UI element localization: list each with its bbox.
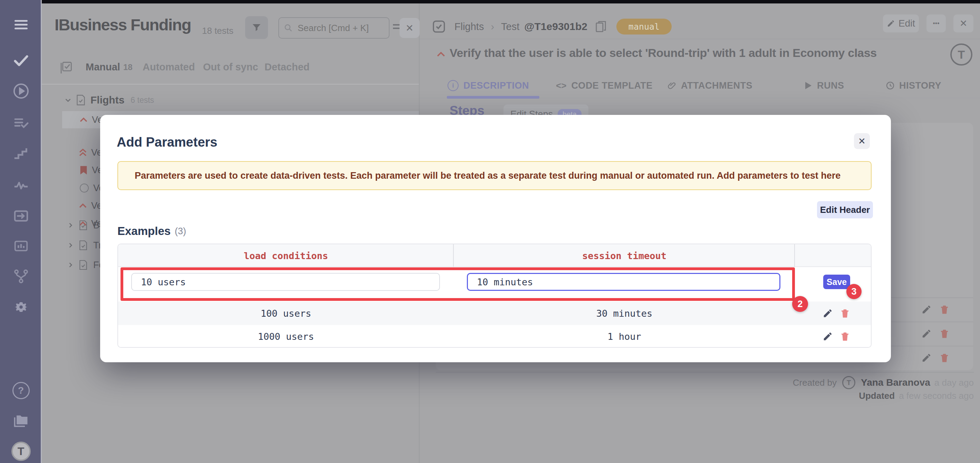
- steps-stairs-icon[interactable]: [0, 146, 42, 162]
- edit-row-icon[interactable]: [822, 308, 833, 319]
- project-title: IBusiness Funding: [54, 15, 191, 34]
- close-icon: ✕: [406, 22, 413, 34]
- delete-row-icon[interactable]: [840, 331, 850, 342]
- manual-badge: manual: [616, 19, 671, 35]
- cell-load-conditions: 100 users: [118, 301, 454, 325]
- tab-code-template[interactable]: <> CODE TEMPLATE: [556, 78, 653, 93]
- tab-description[interactable]: i DESCRIPTION: [447, 78, 529, 93]
- tab-out-of-sync[interactable]: Out of sync: [203, 62, 258, 73]
- tab-label: CODE TEMPLATE: [571, 80, 653, 91]
- trash-icon[interactable]: [939, 328, 950, 339]
- created-ago: a day ago: [934, 377, 974, 388]
- help-icon[interactable]: ?: [0, 382, 42, 399]
- code-icon: <>: [556, 80, 566, 91]
- clear-filter-button[interactable]: ✕: [399, 18, 420, 38]
- menu-icon[interactable]: [0, 18, 42, 32]
- window-top-edge: [0, 0, 980, 3]
- test-check-icon: [432, 19, 446, 34]
- app-logo[interactable]: T: [0, 442, 42, 461]
- add-parameters-modal: Add Parameters ✕ Parameters are used to …: [100, 115, 891, 362]
- cell-load-conditions: 1000 users: [118, 325, 454, 348]
- examples-count: (3): [175, 226, 186, 237]
- modal-close-button[interactable]: ✕: [854, 133, 870, 149]
- breadcrumb-test-id: @T1e9301b2: [524, 21, 587, 32]
- created-by-label: Created by: [793, 377, 837, 388]
- examples-heading: Examples (3): [118, 225, 186, 238]
- author-name[interactable]: Yana Baranova: [861, 377, 930, 388]
- tab-label: ATTACHMENTS: [681, 80, 752, 91]
- column-divider: [794, 244, 795, 267]
- column-header-load-conditions: load conditions: [118, 244, 454, 267]
- tab-label: RUNS: [817, 80, 844, 91]
- breadcrumb-folder[interactable]: Flights: [455, 21, 484, 32]
- updated-row: Updated a few seconds ago: [859, 390, 974, 401]
- tab-runs[interactable]: RUNS: [805, 78, 844, 93]
- table-row: 100 users 30 minutes: [118, 301, 871, 325]
- projects-folder-icon[interactable]: [0, 413, 42, 428]
- tree-root-flights[interactable]: Flights 6 tests: [64, 92, 154, 108]
- copy-icon[interactable]: [595, 20, 607, 33]
- column-divider: [453, 244, 454, 267]
- chevron-right-icon[interactable]: [67, 222, 74, 229]
- edit-row-icon[interactable]: [822, 331, 833, 342]
- tab-label: HISTORY: [899, 80, 941, 91]
- cell-session-timeout: 30 minutes: [454, 301, 795, 325]
- suite-doc-icon: [79, 260, 88, 271]
- trash-icon[interactable]: [939, 353, 950, 363]
- table-row: 1000 users 1 hour: [118, 325, 871, 348]
- priority-high-icon: [80, 117, 88, 122]
- test-title: Verify that the user is able to select '…: [450, 46, 980, 60]
- more-button[interactable]: •••: [926, 14, 946, 32]
- branch-icon[interactable]: [0, 268, 42, 284]
- run-play-icon[interactable]: [0, 83, 42, 99]
- breadcrumb-test: Test: [501, 21, 519, 32]
- chevron-down-icon[interactable]: [64, 96, 72, 104]
- close-panel-button[interactable]: ✕: [953, 14, 974, 32]
- app-screen: ? T IBusiness Funding 18 tests ✕ Manual …: [0, 0, 980, 463]
- tab-label: Out of sync: [203, 62, 258, 73]
- tab-automated[interactable]: Automated: [143, 62, 195, 73]
- tests-check-icon[interactable]: [0, 52, 42, 68]
- test-plan-icon[interactable]: [0, 115, 42, 131]
- filter-button[interactable]: [245, 16, 268, 39]
- edit-button-label: Edit: [899, 18, 915, 29]
- tests-count: 18 tests: [202, 25, 234, 36]
- pencil-icon[interactable]: [921, 328, 932, 339]
- breadcrumb-sep: ›: [491, 21, 494, 32]
- search-input[interactable]: [297, 22, 381, 34]
- chevron-right-icon[interactable]: [67, 241, 74, 249]
- tab-label: Detached: [264, 62, 310, 73]
- tab-detached[interactable]: Detached: [264, 62, 310, 73]
- tree-root-label: Flights: [91, 94, 124, 106]
- search-icon: [284, 24, 293, 32]
- column-header-session-timeout: session timeout: [454, 244, 795, 267]
- tab-attachments[interactable]: ATTACHMENTS: [667, 78, 752, 93]
- priority-normal-circle-icon: [80, 184, 89, 192]
- pencil-icon[interactable]: [921, 353, 932, 363]
- report-chart-icon[interactable]: [0, 238, 42, 254]
- updated-label: Updated: [859, 390, 895, 401]
- trash-icon[interactable]: [939, 304, 950, 315]
- tree-suite-row[interactable]: Bu: [67, 217, 105, 233]
- priority-highest-icon: [79, 148, 87, 157]
- info-icon: i: [447, 80, 458, 91]
- search-box[interactable]: [278, 17, 390, 39]
- funnel-icon: [251, 22, 262, 33]
- pencil-icon[interactable]: [921, 304, 932, 315]
- close-icon: ✕: [959, 18, 967, 29]
- delete-row-icon[interactable]: [840, 308, 850, 319]
- pulse-icon[interactable]: [0, 178, 42, 193]
- edit-button[interactable]: Edit: [883, 14, 919, 32]
- tab-manual[interactable]: Manual 18: [86, 62, 133, 73]
- save-button[interactable]: Save: [823, 274, 850, 289]
- edit-header-button[interactable]: Edit Header: [817, 201, 873, 219]
- detail-header-divider: [420, 39, 980, 39]
- settings-gear-icon[interactable]: [0, 299, 42, 316]
- import-icon[interactable]: [0, 208, 42, 224]
- tab-history[interactable]: HISTORY: [885, 78, 941, 93]
- tree-root-count: 6 tests: [130, 95, 154, 105]
- tree-suite-row[interactable]: Fe: [67, 257, 104, 273]
- chevron-right-icon[interactable]: [67, 261, 74, 269]
- annotation-step-2: 2: [792, 296, 808, 312]
- edit-header-label: Edit Header: [820, 205, 870, 215]
